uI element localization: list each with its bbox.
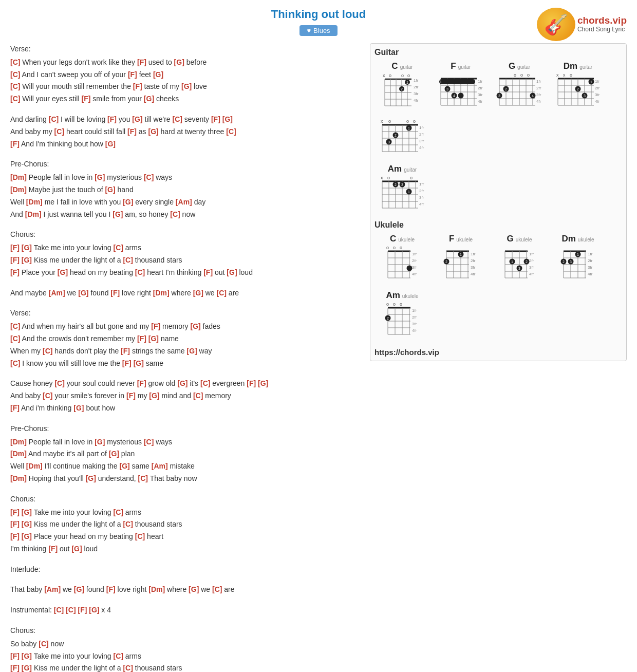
ukulele-chord-Am[interactable]: Am ukulele o o o: [374, 290, 430, 343]
chord-Dm-name: Dm: [564, 61, 577, 71]
guitar-Dm-svg: x x o: [554, 71, 603, 114]
chord-Dm-type: guitar: [579, 64, 592, 70]
svg-text:x: x: [383, 73, 385, 78]
lyrics-chorus3: Chorus: So baby [C] now [F] [G] Take me …: [10, 625, 360, 672]
lyrics-line: Instrumental: [C] [C] [F] [G] x 4: [10, 604, 360, 617]
svg-text:3fr: 3fr: [478, 92, 483, 97]
guitar-chord-Dm[interactable]: Dm guitar x x o: [550, 61, 606, 160]
svg-text:2fr: 2fr: [419, 189, 424, 193]
chord-G-name: G: [509, 61, 515, 71]
lyrics-line: [Dm] Maybe just the touch of [G] hand: [10, 184, 360, 196]
ukulele-chord-Dm[interactable]: Dm ukulele: [550, 234, 606, 286]
svg-text:x: x: [563, 72, 566, 78]
svg-text:4fr: 4fr: [529, 272, 534, 276]
chord-Am-name: Am: [388, 164, 402, 174]
svg-text:o: o: [410, 175, 413, 180]
chord-C-name: C: [391, 61, 398, 71]
svg-text:2: 2: [563, 260, 565, 264]
chord: [G]: [174, 58, 184, 66]
svg-text:2fr: 2fr: [595, 86, 600, 90]
svg-text:x: x: [381, 175, 383, 180]
svg-text:2fr: 2fr: [478, 86, 483, 90]
lyrics-line: [Dm] Hoping that you'll [G] understand, …: [10, 473, 360, 485]
lyrics-line: Well [Dm] me I fall in love with you [G]…: [10, 196, 360, 209]
chord-F-type: guitar: [458, 64, 471, 70]
svg-point-158: [407, 266, 413, 271]
lyrics-line: And baby [C] your smile's forever in [F]…: [10, 390, 360, 402]
lyrics-line: [Dm] And maybe it's all part of [G] plan: [10, 448, 360, 460]
section-interlude-label: Interlude:: [10, 564, 360, 576]
svg-text:o: o: [393, 245, 396, 250]
svg-text:3fr: 3fr: [419, 195, 424, 200]
svg-text:o: o: [386, 302, 389, 307]
svg-text:o: o: [570, 72, 572, 78]
lyrics-chorus1: Chorus: [F] [G] Take me into your loving…: [10, 229, 360, 278]
svg-text:4fr: 4fr: [412, 272, 417, 276]
ukulele-Dm-svg: 1fr 2fr 3fr 4fr 2 3 1: [559, 244, 596, 286]
svg-text:1fr: 1fr: [412, 252, 417, 256]
lyrics-line: And baby my [C] heart could still fall […: [10, 126, 360, 138]
svg-text:1: 1: [408, 190, 410, 194]
sidebar-chord-url: https://chords.vip: [374, 348, 622, 357]
svg-text:3: 3: [401, 183, 403, 186]
ukulele-chord-G[interactable]: G ukulele 1: [492, 234, 547, 286]
guitar-section-title: Guitar: [374, 48, 622, 57]
svg-text:3fr: 3fr: [412, 265, 417, 270]
svg-text:4fr: 4fr: [471, 272, 476, 276]
lyrics-line: [F] Place your [G] head on my beating [C…: [10, 267, 360, 279]
chord: [F]: [81, 95, 90, 103]
genre-badge-area: Blues: [10, 25, 627, 36]
svg-text:1fr: 1fr: [536, 79, 541, 84]
svg-text:o: o: [527, 72, 530, 78]
lyrics-prechorus2: Pre-Chorus: [Dm] People fall in love in …: [10, 423, 360, 485]
section-verse2-label: Verse:: [10, 307, 360, 320]
svg-text:o: o: [520, 72, 523, 78]
lyrics-line: I'm thinking [F] out [G] loud: [10, 543, 360, 555]
guitar-chord-C[interactable]: C guitar x o o o: [374, 61, 430, 160]
svg-text:x: x: [381, 119, 383, 124]
chord: [C]: [10, 82, 20, 90]
lyrics-line: [Dm] People fall in love in [G] mysterio…: [10, 436, 360, 449]
svg-text:4fr: 4fr: [419, 145, 424, 150]
svg-text:3fr: 3fr: [536, 92, 541, 97]
lyrics-line: [F] And i'm thinking [G] bout how: [10, 402, 360, 415]
svg-text:1fr: 1fr: [595, 79, 600, 84]
uke-chord-G-type: ukulele: [516, 237, 532, 242]
svg-text:2fr: 2fr: [471, 258, 476, 263]
uke-chord-C-name: C: [390, 234, 396, 244]
svg-text:o: o: [400, 245, 402, 250]
guitar-C-svg: x o o o: [378, 118, 427, 160]
svg-text:2: 2: [387, 316, 389, 320]
chord: [C]: [10, 70, 20, 79]
genre-button[interactable]: Blues: [299, 25, 337, 36]
lyrics-line: [F] [G] Kiss me under the light of a [C]…: [10, 518, 360, 531]
svg-text:3fr: 3fr: [412, 322, 417, 326]
svg-text:o: o: [388, 119, 391, 124]
lyrics-instrumental: Instrumental: [C] [C] [F] [G] x 4: [10, 604, 360, 617]
svg-text:o: o: [407, 73, 410, 78]
svg-text:o: o: [386, 245, 389, 250]
lyrics-interlude: Interlude:: [10, 564, 360, 576]
lyrics-line: [C] Will your mouth still remember the […: [10, 81, 360, 93]
lyrics-line: That baby [Am] we [G] found [F] love rig…: [10, 584, 360, 596]
uke-chord-F-name: F: [449, 234, 454, 244]
svg-text:1fr: 1fr: [529, 252, 534, 256]
ukulele-chord-F[interactable]: F ukulele 1: [433, 234, 489, 286]
lyrics-line: [F] [G] Take me into your loving [C] arm…: [10, 242, 360, 254]
svg-text:1: 1: [440, 80, 442, 84]
ukulele-chord-C[interactable]: C ukulele o o o: [374, 234, 430, 286]
guitar-chord-Am[interactable]: Am guitar x o o: [374, 164, 430, 216]
svg-text:2fr: 2fr: [529, 258, 534, 263]
svg-text:1fr: 1fr: [588, 252, 593, 256]
section-prechorus2-label: Pre-Chorus:: [10, 423, 360, 435]
svg-text:3fr: 3fr: [588, 265, 593, 270]
svg-text:2fr: 2fr: [412, 315, 417, 320]
svg-text:4: 4: [453, 94, 455, 98]
guitar-chord-F[interactable]: F guitar: [433, 61, 489, 160]
ukulele-chord-grid-row2: Am ukulele o o o: [374, 290, 622, 343]
svg-text:3fr: 3fr: [529, 265, 534, 270]
section-chorus2-label: Chorus:: [10, 493, 360, 506]
svg-text:o: o: [393, 302, 396, 307]
lyrics-line: [F] [G] Kiss me under the light of a [C]…: [10, 254, 360, 267]
guitar-chord-G[interactable]: G guitar o o o: [492, 61, 547, 160]
